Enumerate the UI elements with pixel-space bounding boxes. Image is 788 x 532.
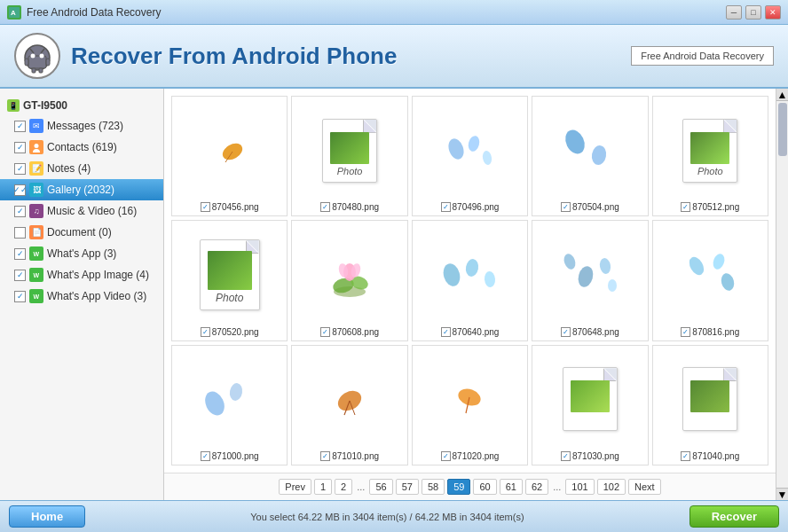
photo-thumb	[539, 100, 642, 200]
sidebar-item-contacts[interactable]: Contacts (619)	[0, 137, 163, 158]
wa-video-icon: W	[29, 289, 43, 303]
photo-checkbox[interactable]	[320, 327, 330, 337]
photo-item[interactable]: Photo 870512.png	[652, 96, 768, 216]
photo-item[interactable]: Photo 870520.png	[171, 220, 288, 340]
photo-checkbox[interactable]	[201, 451, 210, 461]
scroll-up-button[interactable]: ▲	[776, 89, 788, 101]
photo-checkbox[interactable]	[681, 451, 690, 461]
notes-icon: 📝	[29, 161, 43, 176]
page-button-102[interactable]: 102	[597, 479, 626, 495]
photo-thumb	[658, 349, 761, 450]
photo-checkbox[interactable]	[561, 327, 571, 337]
photo-grid: 870456.png Photo 870480.png	[164, 89, 776, 473]
device-icon: 📱	[7, 99, 20, 112]
svg-rect-3	[28, 56, 46, 68]
photo-item[interactable]: 870456.png	[171, 96, 288, 216]
svg-point-24	[562, 127, 588, 157]
photo-checkbox[interactable]	[681, 202, 690, 212]
photo-checkbox[interactable]	[320, 451, 330, 461]
photo-filename: 870512.png	[681, 202, 739, 212]
messages-checkbox[interactable]	[14, 121, 26, 132]
sidebar-item-wa-image[interactable]: W What's App Image (4)	[0, 264, 163, 286]
photo-checkbox[interactable]	[320, 202, 330, 212]
page-button-60[interactable]: 60	[473, 479, 496, 495]
wa-video-checkbox[interactable]	[14, 291, 26, 302]
notes-checkbox[interactable]	[14, 163, 26, 175]
svg-point-23	[482, 150, 493, 165]
svg-point-41	[720, 272, 737, 293]
recover-button[interactable]: Recover	[690, 505, 779, 528]
minimize-button[interactable]: ─	[726, 5, 742, 20]
page-button-2[interactable]: 2	[335, 479, 352, 495]
page-button-59[interactable]: 59	[447, 479, 470, 495]
scroll-thumb[interactable]	[778, 103, 787, 156]
photo-checkbox[interactable]	[681, 327, 690, 337]
sidebar-item-music[interactable]: ♫ Music & Video (16)	[0, 200, 163, 222]
photo-item[interactable]: 871010.png	[291, 345, 407, 466]
page-button-56[interactable]: 56	[369, 479, 392, 495]
photo-checkbox[interactable]	[441, 202, 451, 212]
document-checkbox[interactable]	[14, 227, 26, 239]
gallery-checkbox[interactable]: ✓	[14, 184, 26, 196]
svg-point-36	[576, 264, 595, 288]
photo-item[interactable]: 871040.png	[652, 345, 768, 466]
svg-point-25	[590, 144, 608, 165]
photo-checkbox[interactable]	[561, 451, 571, 461]
photo-item[interactable]: 870608.png	[291, 220, 407, 340]
page-button-61[interactable]: 61	[500, 479, 523, 495]
header: Recover From Android Phone Free Android …	[0, 25, 788, 89]
sidebar-item-wa-video[interactable]: W What's App Video (3)	[0, 286, 163, 307]
svg-point-43	[228, 382, 243, 402]
close-button[interactable]: ✕	[765, 5, 781, 20]
photo-checkbox[interactable]	[201, 327, 210, 337]
photo-item[interactable]: 870648.png	[532, 220, 648, 340]
photo-checkbox[interactable]	[441, 451, 451, 461]
next-button[interactable]: Next	[628, 479, 661, 495]
whatsapp-checkbox[interactable]	[14, 248, 26, 260]
page-button-1[interactable]: 1	[314, 479, 332, 495]
photo-filename: 870480.png	[320, 202, 379, 212]
svg-point-39	[687, 254, 707, 278]
photo-checkbox[interactable]	[441, 327, 451, 337]
photo-thumb	[177, 100, 280, 200]
music-checkbox[interactable]	[14, 206, 26, 217]
page-button-58[interactable]: 58	[422, 479, 445, 495]
photo-item[interactable]: 870504.png	[532, 96, 648, 216]
page-button-57[interactable]: 57	[396, 479, 419, 495]
wa-image-label: What's App Image (4)	[47, 269, 149, 281]
vertical-scrollbar[interactable]: ▲ ▼	[776, 89, 788, 500]
page-button-101[interactable]: 101	[565, 479, 594, 495]
home-button[interactable]: Home	[9, 505, 85, 528]
photo-item[interactable]: 871030.png	[532, 345, 648, 466]
document-icon: 📄	[29, 225, 43, 239]
contacts-checkbox[interactable]	[14, 142, 26, 153]
photo-checkbox[interactable]	[561, 202, 571, 212]
svg-rect-11	[39, 68, 43, 73]
sidebar-item-notes[interactable]: 📝 Notes (4)	[0, 158, 163, 179]
photo-thumb	[298, 349, 401, 450]
sidebar-item-gallery[interactable]: ✓ 🖼 Gallery (2032)	[0, 179, 163, 200]
photo-thumb	[418, 349, 521, 450]
svg-text:W: W	[34, 272, 40, 278]
sidebar-item-messages[interactable]: ✉ Messages (723)	[0, 115, 163, 137]
scroll-down-button[interactable]: ▼	[776, 488, 788, 500]
photo-item[interactable]: 871000.png	[171, 345, 288, 466]
photo-item[interactable]: Photo 870480.png	[291, 96, 407, 216]
sidebar-item-document[interactable]: 📄 Document (0)	[0, 222, 163, 243]
maximize-button[interactable]: □	[745, 5, 761, 20]
scroll-track	[776, 101, 788, 488]
photo-content: 870456.png Photo 870480.png	[164, 89, 776, 500]
photo-checkbox[interactable]	[201, 202, 210, 212]
svg-point-22	[467, 134, 481, 152]
svg-point-40	[712, 252, 727, 270]
photo-item[interactable]: 870496.png	[412, 96, 528, 216]
page-button-62[interactable]: 62	[525, 479, 548, 495]
svg-point-21	[446, 137, 467, 161]
photo-item[interactable]: 871020.png	[412, 345, 528, 466]
photo-item[interactable]: 870640.png	[412, 220, 528, 340]
sidebar-item-whatsapp[interactable]: W What's App (3)	[0, 243, 163, 264]
prev-button[interactable]: Prev	[279, 479, 311, 495]
wa-image-checkbox[interactable]	[14, 270, 26, 281]
photo-item[interactable]: 870816.png	[652, 220, 768, 340]
music-label: Music & Video (16)	[47, 205, 137, 217]
